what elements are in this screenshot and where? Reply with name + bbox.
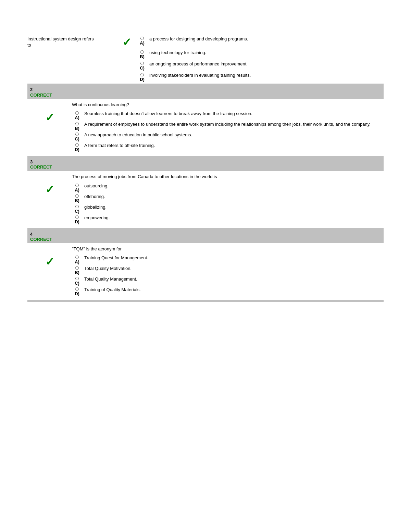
q4-header: 4 CORRECT xyxy=(27,230,384,244)
q1-answers: ✓ A) a process for designing and develop… xyxy=(96,34,384,84)
answer-text-q4a: Training Quest for Management. xyxy=(82,255,384,261)
q1-question-text: Instructional system design refers to xyxy=(27,34,96,84)
correct-checkmark: ✓ xyxy=(122,37,132,48)
radio-dot-q2d[interactable] xyxy=(75,143,79,147)
q2-answer-a: A) Seamless training that doesn't allow … xyxy=(72,111,384,120)
q3-answer-b: B) offshoring. xyxy=(72,194,384,203)
q3-header: 3 CORRECT xyxy=(27,158,384,171)
question-3-block: 3 CORRECT ✓ The process of moving jobs f… xyxy=(27,158,384,228)
q4-question-text: "TQM" is the acronym for xyxy=(72,246,384,252)
answer-label-q4c: C) xyxy=(75,281,79,285)
q4-answer-b: B) Total Quality Motivation. xyxy=(72,265,384,275)
radio-dot-q3d[interactable] xyxy=(75,215,79,219)
question-4-block: 4 CORRECT ✓ "TQM" is the acronym for A) xyxy=(27,230,384,300)
q4-checkmark: ✓ xyxy=(45,256,54,267)
q1-checkmark: ✓ xyxy=(116,36,137,48)
q2-answer-b: B) A requirement of employees to underst… xyxy=(72,121,384,131)
q4-number: 4 xyxy=(30,232,33,237)
q4-status: CORRECT xyxy=(30,237,52,242)
q3-answer-c: C) globalizing. xyxy=(72,204,384,213)
radio-dot-q4d[interactable] xyxy=(75,287,79,291)
q4-answer-d: D) Training of Quality Materials. xyxy=(72,287,384,296)
radio-dot-q2b[interactable] xyxy=(75,122,79,125)
answer-text-q3b: offshoring. xyxy=(82,194,384,200)
answer-label-q3d: D) xyxy=(75,220,79,224)
q2-answer-c: C) A new approach to education in public… xyxy=(72,132,384,141)
answer-label-q1b: B) xyxy=(140,54,145,59)
answer-text-q4b: Total Quality Motivation. xyxy=(82,265,384,272)
q3-answer-a: A) outsourcing. xyxy=(72,183,384,192)
radio-dot-q4c[interactable] xyxy=(75,277,79,280)
q2-answers-list: A) Seamless training that doesn't allow … xyxy=(72,111,384,152)
answer-label-q1a: A) xyxy=(140,41,145,45)
q2-status: CORRECT xyxy=(30,92,52,98)
answer-text-q2b: A requirement of employees to understand… xyxy=(82,121,384,127)
answer-label-q3c: C) xyxy=(75,209,79,213)
q2-checkmark: ✓ xyxy=(45,112,54,123)
q3-number: 3 xyxy=(30,159,33,164)
answer-text-q1b: using technology for training. xyxy=(147,50,384,56)
radio-dot-q3b[interactable] xyxy=(75,194,79,198)
q2-number: 2 xyxy=(30,87,33,92)
q4-content: ✓ "TQM" is the acronym for A) Training Q… xyxy=(27,243,384,300)
answer-label-q2c: C) xyxy=(75,137,79,141)
answer-text-q1c: an ongoing process of performance improv… xyxy=(147,61,384,67)
q2-checkmark-area: ✓ xyxy=(27,102,72,153)
answer-label-q3a: A) xyxy=(75,188,79,192)
q4-right: "TQM" is the acronym for A) Training Que… xyxy=(72,246,384,297)
q2-content: ✓ What is continuous learning? A) Seamle… xyxy=(27,99,384,156)
answer-label-q2d: D) xyxy=(75,147,79,152)
q2-answer-d: D) A term that refers to off-site traini… xyxy=(72,143,384,152)
radio-dot-q3a[interactable] xyxy=(75,184,79,187)
answer-text-q2c: A new approach to education in public sc… xyxy=(82,132,384,138)
answer-label-q1c: C) xyxy=(140,66,145,70)
answer-label-q4d: D) xyxy=(75,292,79,296)
q4-answer-a: A) Training Quest for Management. xyxy=(72,255,384,264)
q3-answers-list: A) outsourcing. B) offshoring. xyxy=(72,183,384,224)
answer-text-q3d: empowering. xyxy=(82,215,384,221)
radio-dot-q1c[interactable] xyxy=(140,62,144,65)
radio-dot-q3c[interactable] xyxy=(75,205,79,208)
radio-dot-q2c[interactable] xyxy=(75,133,79,136)
answer-text-q4c: Total Quality Management. xyxy=(82,276,384,282)
answer-text-q4d: Training of Quality Materials. xyxy=(82,287,384,293)
q2-question-text: What is continuous learning? xyxy=(72,102,384,108)
question-2-block: 2 CORRECT ✓ What is continuous learning?… xyxy=(27,86,384,156)
answer-label-q1d: D) xyxy=(140,77,145,82)
radio-dot-q1a[interactable] xyxy=(140,37,144,40)
radio-dot-q1b[interactable] xyxy=(140,50,144,54)
q3-question-text: The process of moving jobs from Canada t… xyxy=(72,174,384,180)
answer-text-q3c: globalizing. xyxy=(82,204,384,210)
answer-label-q4b: B) xyxy=(75,270,79,275)
q4-answers-list: A) Training Quest for Management. B) Tot… xyxy=(72,255,384,296)
answer-label-q2b: B) xyxy=(75,126,79,131)
q3-right: The process of moving jobs from Canada t… xyxy=(72,174,384,225)
q2-header: 2 CORRECT xyxy=(27,86,384,99)
radio-dot-q4a[interactable] xyxy=(75,256,79,259)
answer-text-q2a: Seamless training that doesn't allow lea… xyxy=(82,111,384,117)
page-container: Instructional system design refers to ✓ … xyxy=(0,0,411,316)
answer-text-q1d: involving stakeholders in evaluating tra… xyxy=(147,72,384,78)
radio-dot-q2a[interactable] xyxy=(75,111,79,115)
q4-answer-c: C) Total Quality Management. xyxy=(72,276,384,285)
question-1-block: Instructional system design refers to ✓ … xyxy=(27,34,384,84)
q3-status: CORRECT xyxy=(30,164,52,170)
q3-checkmark: ✓ xyxy=(45,184,54,195)
answer-label-q3b: B) xyxy=(75,198,79,203)
q4-checkmark-area: ✓ xyxy=(27,246,72,297)
answer-label-q2a: A) xyxy=(75,115,79,120)
q3-checkmark-area: ✓ xyxy=(27,174,72,225)
radio-dot-q1d[interactable] xyxy=(140,73,144,76)
q3-answer-d: D) empowering. xyxy=(72,215,384,224)
separator-4 xyxy=(27,300,384,302)
answer-label-q4a: A) xyxy=(75,260,79,264)
answer-text-q2d: A term that refers to off-site training. xyxy=(82,143,384,149)
answer-text-q1a: a process for designing and developing p… xyxy=(147,36,384,42)
q2-right: What is continuous learning? A) Seamless… xyxy=(72,102,384,153)
answer-text-q3a: outsourcing. xyxy=(82,183,384,189)
q3-content: ✓ The process of moving jobs from Canada… xyxy=(27,171,384,228)
radio-dot-q4b[interactable] xyxy=(75,266,79,270)
